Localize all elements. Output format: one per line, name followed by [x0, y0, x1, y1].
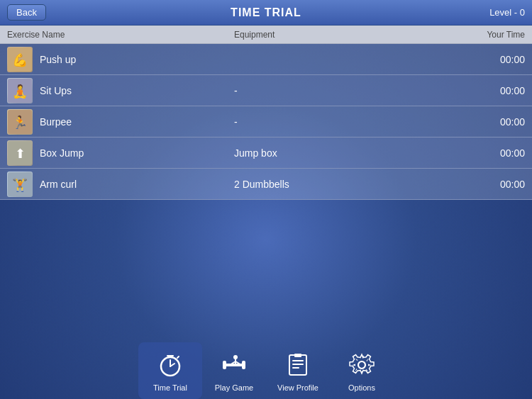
bottom-toolbar: Time Trial Play Game	[0, 342, 532, 399]
svg-text:🏃: 🏃	[12, 115, 28, 130]
table-header: Exercise Name Equipment Your Time	[0, 26, 532, 44]
column-header-equipment: Equipment	[234, 30, 454, 40]
exercise-equipment: -	[234, 85, 454, 96]
exercise-name: Burpee	[40, 116, 234, 128]
page-title: TIME TRIAL	[231, 6, 301, 19]
thumb-figure-icon: 🏋	[7, 172, 33, 197]
exercise-name: Push up	[40, 54, 234, 65]
column-header-time: Your Time	[454, 30, 525, 40]
exercise-time: 00:00	[454, 54, 525, 65]
exercise-thumbnail: 💪	[7, 47, 33, 72]
view-profile-label: View Profile	[277, 383, 318, 392]
thumb-figure-icon: 💪	[7, 47, 33, 72]
exercise-thumbnail: 🏃	[7, 109, 33, 135]
play-game-label: Play Game	[215, 383, 253, 392]
column-header-name: Exercise Name	[7, 30, 234, 40]
back-button[interactable]: Back	[7, 4, 46, 21]
options-label: Options	[348, 383, 375, 392]
table-row[interactable]: ⬆ Box Jump Jump box 00:00	[0, 137, 532, 169]
svg-line-15	[177, 356, 179, 358]
toolbar-item-options[interactable]: Options	[330, 342, 394, 399]
level-indicator: Level - 0	[489, 7, 525, 18]
svg-text:🧘: 🧘	[12, 84, 28, 99]
play-game-icon	[218, 349, 250, 381]
time-trial-icon	[155, 349, 186, 381]
exercise-thumbnail: 🧘	[7, 78, 33, 103]
exercise-name: Sit Ups	[40, 85, 234, 96]
options-icon	[346, 349, 377, 381]
exercise-equipment: 2 Dumbbells	[234, 179, 454, 190]
header: Back TIME TRIAL Level - 0	[0, 0, 532, 26]
svg-rect-18	[242, 361, 245, 369]
exercise-thumbnail: 🏋	[7, 172, 33, 197]
exercise-equipment: Jump box	[234, 147, 454, 159]
toolbar-item-time-trial[interactable]: Time Trial	[138, 342, 202, 399]
exercise-time: 00:00	[454, 179, 525, 190]
exercise-name: Box Jump	[40, 147, 234, 159]
exercise-equipment: -	[234, 116, 454, 128]
svg-point-28	[358, 361, 365, 369]
table-row[interactable]: 🏃 Burpee - 00:00	[0, 106, 532, 137]
svg-rect-17	[223, 361, 226, 369]
table-row[interactable]: 🧘 Sit Ups - 00:00	[0, 75, 532, 106]
thumb-figure-icon: 🏃	[7, 109, 33, 135]
svg-rect-16	[223, 364, 245, 366]
time-trial-label: Time Trial	[153, 383, 187, 392]
svg-text:💪: 💪	[12, 52, 28, 68]
exercise-time: 00:00	[454, 85, 525, 96]
thumb-figure-icon: ⬆	[7, 140, 33, 166]
svg-rect-27	[294, 354, 301, 357]
exercise-time: 00:00	[454, 147, 525, 159]
table-row[interactable]: 🏋 Arm curl 2 Dumbbells 00:00	[0, 169, 532, 200]
thumb-figure-icon: 🧘	[7, 78, 33, 103]
exercise-time: 00:00	[454, 116, 525, 128]
view-profile-icon	[282, 349, 314, 381]
table-row[interactable]: 💪 Push up 00:00	[0, 44, 532, 75]
toolbar-item-play-game[interactable]: Play Game	[202, 342, 266, 399]
toolbar-item-view-profile[interactable]: View Profile	[266, 342, 330, 399]
exercise-name: Arm curl	[40, 179, 234, 190]
exercise-thumbnail: ⬆	[7, 140, 33, 166]
exercise-table: 💪 Push up 00:00 🧘 Sit Ups - 00:00 🏃 Burp…	[0, 44, 532, 200]
svg-text:🏋: 🏋	[12, 177, 28, 193]
svg-text:⬆: ⬆	[15, 147, 26, 161]
